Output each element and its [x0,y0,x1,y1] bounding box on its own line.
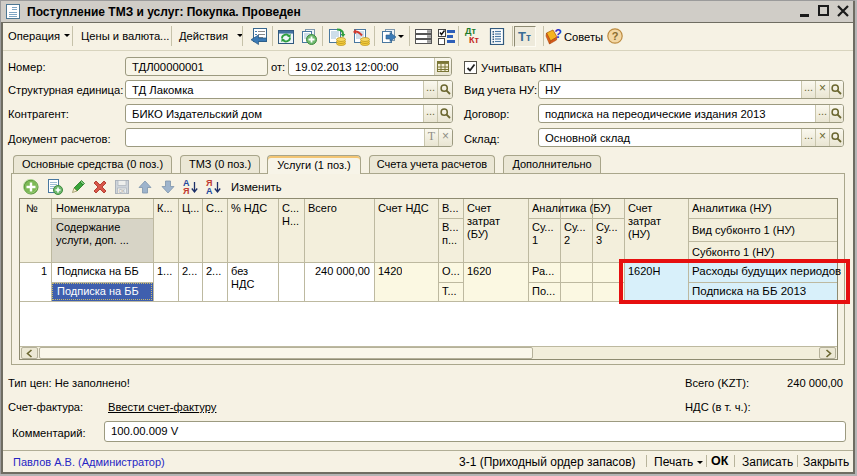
svg-text:?: ? [555,27,562,41]
svg-text:OK: OK [119,189,126,194]
svg-text:?: ? [612,30,619,42]
